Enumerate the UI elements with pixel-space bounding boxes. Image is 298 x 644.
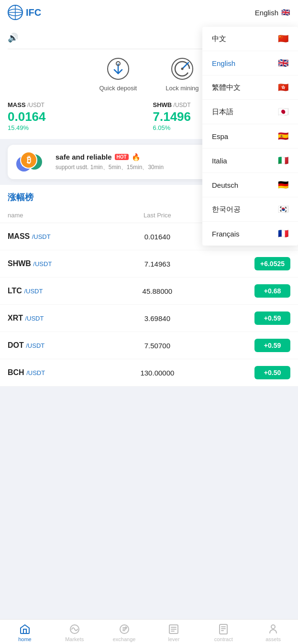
change-badge: +0.68 (254, 284, 290, 298)
nav-item-Markets[interactable]: Markets (50, 623, 99, 642)
table-row[interactable]: BCH /USDT 130.00000 +0.50 (0, 359, 298, 386)
nav-label: lever (168, 636, 179, 642)
nav-icon-exchange (119, 623, 130, 635)
nav-item-home[interactable]: home (0, 623, 50, 642)
change-badge: +0.59 (254, 339, 290, 352)
nav-label: home (18, 636, 32, 642)
dropdown-label: Français (212, 230, 240, 238)
pair-quote: /USDT (27, 102, 44, 108)
table-row[interactable]: LTC /USDT 45.88000 +0.68 (0, 278, 298, 305)
dropdown-item-ko[interactable]: 한국어공🇰🇷 (202, 197, 298, 222)
coin-symbol: XRT (8, 314, 23, 322)
change-badge: +6.0525 (254, 257, 290, 270)
nav-icon-home (19, 623, 31, 635)
section-title: 涨幅榜 (8, 193, 33, 202)
dropdown-item-zh[interactable]: 中文🇨🇳 (202, 27, 298, 51)
row-price: 45.88000 (108, 287, 208, 295)
nav-item-exchange[interactable]: exchange (99, 623, 149, 642)
flag-icon-fr: 🇫🇷 (278, 228, 288, 239)
dropdown-item-ja[interactable]: 日本語🇯🇵 (202, 100, 298, 124)
price-card-mass[interactable]: MASS /USDT 0.0164 15.49% (8, 101, 145, 131)
row-coin-name: BCH /USDT (8, 368, 108, 377)
svg-point-8 (181, 68, 183, 70)
mining-icon (170, 57, 194, 81)
hot-badge: HOT (115, 154, 129, 160)
coin-quote: /USDT (25, 315, 44, 322)
pair-name: SHWB (153, 101, 172, 108)
price-change: 15.49% (8, 124, 145, 131)
dropdown-label: 日本語 (212, 107, 233, 117)
coin-symbol: BCH (8, 368, 24, 376)
flag-icon-en: 🇬🇧 (278, 58, 288, 68)
nav-label: assets (265, 636, 281, 642)
row-price: 3.69840 (108, 314, 208, 322)
nav-item-contract[interactable]: contract (199, 623, 248, 642)
change-badge: +0.50 (254, 366, 290, 379)
btc-icon: ₿ (20, 151, 37, 169)
row-price: 7.50700 (108, 342, 208, 350)
coin-symbol: LTC (8, 287, 22, 295)
flag-icon-ja: 🇯🇵 (278, 107, 288, 117)
row-price: 130.00000 (108, 369, 208, 377)
dropdown-item-en[interactable]: English🇬🇧 (202, 51, 298, 75)
dropdown-label: 繁體中文 (212, 83, 241, 92)
nav-icon-assets (267, 623, 279, 635)
language-label: English (255, 9, 278, 17)
table-row[interactable]: SHWB /USDT 7.14963 +6.0525 (0, 250, 298, 278)
nav-item-assets[interactable]: assets (248, 623, 298, 642)
change-badge: +0.59 (254, 311, 290, 325)
flag-icon-zh-tw: 🇭🇰 (278, 82, 288, 93)
nav-icon-contract (218, 623, 229, 635)
row-change: +0.59 (207, 339, 290, 352)
logo-icon (8, 5, 23, 20)
dropdown-item-es[interactable]: Espa🇪🇸 (202, 124, 298, 149)
nav-label: contract (214, 636, 233, 642)
svg-point-19 (271, 625, 275, 629)
logo-area[interactable]: IFC (8, 5, 41, 20)
dropdown-item-fr[interactable]: Français🇫🇷 (202, 222, 298, 246)
coin-quote: /USDT (32, 233, 51, 240)
dropdown-item-de[interactable]: Deutsch🇩🇪 (202, 173, 298, 197)
row-coin-name: DOT /USDT (8, 341, 108, 350)
row-coin-name: MASS /USDT (8, 232, 108, 241)
header: IFC English 🇬🇧 (0, 0, 298, 25)
nav-item-lever[interactable]: lever (149, 623, 199, 642)
language-dropdown: 中文🇨🇳English🇬🇧繁體中文🇭🇰日本語🇯🇵Espa🇪🇸Italia🇮🇹De… (202, 27, 298, 246)
dropdown-label: Deutsch (212, 181, 238, 189)
price-value: 0.0164 (8, 109, 145, 124)
flag-icon-es: 🇪🇸 (278, 131, 288, 141)
pair-name: MASS (8, 101, 26, 108)
row-change: +0.50 (207, 366, 290, 379)
logo-text: IFC (26, 7, 41, 18)
flag-icon-zh: 🇨🇳 (278, 33, 288, 44)
dropdown-label: English (212, 59, 235, 67)
nav-icon-lever (168, 623, 179, 635)
col-header-price: Last Price (108, 212, 208, 219)
row-price: 0.01640 (108, 233, 208, 241)
pair-quote: /USDT (174, 102, 191, 108)
flag-icon-de: 🇩🇪 (278, 180, 288, 190)
nav-label: Markets (65, 636, 84, 642)
nav-icon-markets (69, 623, 80, 635)
row-change: +0.59 (207, 311, 290, 325)
quick-deposit-button[interactable]: Quick deposit (99, 57, 137, 92)
language-button[interactable]: English 🇬🇧 (255, 8, 290, 17)
dropdown-item-it[interactable]: Italia🇮🇹 (202, 149, 298, 173)
coin-quote: /USDT (33, 260, 52, 268)
coin-quote: /USDT (24, 288, 43, 295)
row-change: +6.0525 (207, 257, 290, 270)
table-row[interactable]: XRT /USDT 3.69840 +0.59 (0, 305, 298, 332)
dropdown-label: 한국어공 (212, 205, 241, 214)
dropdown-label: 中文 (212, 34, 226, 43)
row-price: 7.14963 (108, 260, 208, 268)
flag-icon-it: 🇮🇹 (278, 155, 288, 166)
coin-symbol: DOT (8, 341, 24, 349)
lock-mining-button[interactable]: Lock mining (166, 57, 199, 92)
deposit-icon (106, 57, 130, 81)
pair-label: MASS /USDT (8, 101, 145, 108)
coin-symbol: SHWB (8, 259, 31, 268)
table-rows-container: MASS /USDT 0.01640 +15.49 SHWB /USDT 7.1… (0, 223, 298, 386)
flag-icon-ko: 🇰🇷 (278, 204, 288, 215)
table-row[interactable]: DOT /USDT 7.50700 +0.59 (0, 332, 298, 359)
dropdown-item-zh-tw[interactable]: 繁體中文🇭🇰 (202, 75, 298, 100)
